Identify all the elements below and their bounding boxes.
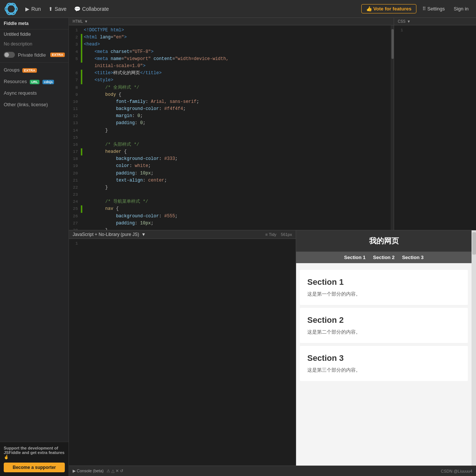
private-fiddle-toggle[interactable]: [4, 52, 15, 58]
console-label[interactable]: ▶ Console (beta): [73, 469, 104, 473]
console-icons: ⚠ △ ✕ ↺: [107, 469, 123, 473]
collaborate-button[interactable]: 💬 Collaborate: [70, 4, 113, 13]
preview-nav-section3[interactable]: Section 3: [402, 255, 423, 260]
save-label: Save: [55, 6, 67, 12]
bottom-bar: ▶ Console (beta) ⚠ △ ✕ ↺ CSDN @Liuuuu4: [69, 466, 476, 476]
preview-nav: Section 1 Section 2 Section 3: [296, 252, 472, 263]
preview-section-2: Section 2 这是第二个部分的内容。: [300, 308, 468, 343]
preview-scrollbar-thumb: [472, 232, 476, 255]
fiddle-meta-title: Fiddle meta: [0, 18, 69, 29]
cdnjs-badge: cdnjs: [42, 80, 54, 84]
px-label: 561px: [281, 232, 292, 237]
tidy-button[interactable]: ≡ Tidy: [265, 232, 276, 237]
preview-section-3: Section 3 这是第三个部分的内容。: [300, 346, 468, 381]
html-scrollbar[interactable]: [391, 25, 394, 230]
fiddle-name-input[interactable]: Untitled fiddle: [0, 29, 69, 39]
async-requests-item[interactable]: Async requests: [0, 87, 69, 99]
other-links-item[interactable]: Other (links, license): [0, 99, 69, 110]
preview-nav-section2[interactable]: Section 2: [373, 255, 395, 260]
main-layout: Fiddle meta Untitled fiddle No descripti…: [0, 18, 476, 476]
css-dropdown-icon[interactable]: ▼: [407, 19, 411, 23]
html-label: HTML: [73, 19, 83, 23]
collaborate-label: Collaborate: [82, 6, 109, 12]
editor-area: HTML ▼ 1<!DOCTYPE html> 2<html lang="en"…: [69, 18, 476, 476]
sidebar-bottom: Support the development of JSFiddle and …: [0, 442, 69, 476]
save-button[interactable]: ⬆ Save: [45, 4, 70, 13]
preview-nav-section1[interactable]: Section 1: [344, 255, 366, 260]
js-code-area[interactable]: 1: [69, 239, 296, 466]
html-editor: HTML ▼ 1<!DOCTYPE html> 2<html lang="en"…: [69, 18, 394, 230]
url-badge: URL: [30, 80, 40, 84]
section3-text: 这是第三个部分的内容。: [307, 367, 460, 373]
fiddle-description-input[interactable]: No description: [0, 39, 69, 49]
html-editor-header: HTML ▼: [69, 18, 394, 25]
sidebar: Fiddle meta Untitled fiddle No descripti…: [0, 18, 69, 476]
js-editor: JavaScript + No-Library (pure JS) ▼ ≡ Ti…: [69, 230, 296, 466]
section2-text: 这是第二个部分的内容。: [307, 329, 460, 335]
preview-title: 我的网页: [369, 237, 399, 245]
settings-button[interactable]: ⠿ Settings: [419, 4, 448, 13]
preview-panel: 我的网页 Section 1 Section 2 Section 3 Secti…: [296, 230, 476, 466]
html-dropdown-icon[interactable]: ▼: [84, 19, 88, 23]
resources-item[interactable]: Resources URL cdnjs: [0, 76, 69, 87]
preview-content[interactable]: 我的网页 Section 1 Section 2 Section 3 Secti…: [296, 230, 472, 466]
toggle-knob: [4, 53, 9, 57]
private-fiddle-label: Private fiddle: [18, 52, 46, 58]
csdn-label: CSDN @Liuuuu4: [441, 469, 472, 473]
section2-heading: Section 2: [307, 315, 460, 325]
vote-button[interactable]: 👍 Vote for features: [361, 4, 416, 13]
svg-point-2: [5, 2, 18, 16]
css-editor: CSS ▼ 1: [394, 18, 476, 230]
section1-text: 这是第一个部分的内容。: [307, 291, 460, 297]
groups-item[interactable]: Groups EXTRA: [0, 64, 69, 76]
js-dropdown-icon[interactable]: ▼: [141, 232, 146, 237]
private-fiddle-row: Private fiddle EXTRA: [0, 49, 69, 61]
settings-label: ⠿ Settings: [422, 6, 445, 12]
signin-button[interactable]: Sign in: [451, 4, 472, 13]
topnav: ▶ Run ⬆ Save 💬 Collaborate 👍 Vote for fe…: [0, 0, 476, 18]
html-code-area[interactable]: 1<!DOCTYPE html> 2<html lang="en"> 3<hea…: [69, 25, 391, 230]
groups-extra-badge: EXTRA: [22, 68, 37, 73]
save-icon: ⬆: [48, 6, 53, 12]
run-button[interactable]: ▶ Run: [22, 4, 45, 13]
support-text: Support the development of JSFiddle and …: [4, 446, 65, 460]
become-supporter-button[interactable]: Become a supporter: [4, 463, 65, 472]
topnav-right: 👍 Vote for features ⠿ Settings Sign in: [361, 4, 472, 13]
section3-heading: Section 3: [307, 353, 460, 363]
signin-label: Sign in: [454, 6, 469, 12]
extra-badge: EXTRA: [50, 53, 65, 57]
preview-site-header: 我的网页: [296, 230, 472, 252]
preview-sections: Section 1 这是第一个部分的内容。 Section 2 这是第二个部分的…: [296, 263, 472, 388]
vote-icon: 👍: [366, 6, 372, 12]
preview-content-row: 我的网页 Section 1 Section 2 Section 3 Secti…: [296, 230, 476, 466]
preview-section-1: Section 1 这是第一个部分的内容。: [300, 270, 468, 305]
editors-row: HTML ▼ 1<!DOCTYPE html> 2<html lang="en"…: [69, 18, 476, 230]
run-icon: ▶: [25, 6, 29, 12]
css-editor-header: CSS ▼: [394, 18, 476, 25]
collaborate-icon: 💬: [74, 6, 80, 12]
vote-label: Vote for features: [373, 6, 411, 12]
preview-scrollbar[interactable]: [472, 230, 476, 466]
bottom-row: JavaScript + No-Library (pure JS) ▼ ≡ Ti…: [69, 230, 476, 466]
js-header-label: JavaScript + No-Library (pure JS): [73, 232, 139, 237]
css-code-area[interactable]: 1: [394, 25, 476, 230]
jsfiddle-logo: [4, 2, 18, 16]
section1-heading: Section 1: [307, 277, 460, 287]
run-label: Run: [31, 6, 41, 12]
js-editor-header: JavaScript + No-Library (pure JS) ▼ ≡ Ti…: [69, 230, 296, 239]
html-scrollbar-thumb: [391, 29, 394, 59]
css-label: CSS: [398, 19, 406, 23]
